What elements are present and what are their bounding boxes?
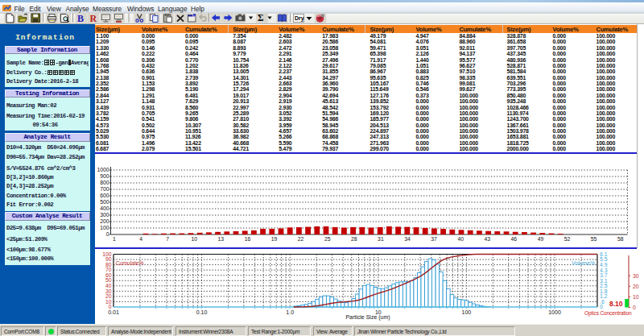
svg-text:2.5: 2.5 xyxy=(600,283,608,288)
svg-text:10: 10 xyxy=(633,294,639,300)
svg-text:200: 200 xyxy=(100,218,109,224)
svg-text:52: 52 xyxy=(564,236,571,242)
svg-text:5.5: 5.5 xyxy=(600,256,608,262)
svg-text:20: 20 xyxy=(633,284,639,289)
svg-text:80: 80 xyxy=(105,262,112,268)
svg-text:37: 37 xyxy=(431,236,437,242)
svg-text:8.10: 8.10 xyxy=(609,300,623,308)
svg-text:1.0: 1.0 xyxy=(286,309,294,315)
svg-text:0.10: 0.10 xyxy=(196,309,208,315)
svg-text:100: 100 xyxy=(100,225,109,230)
svg-text:3.7: 3.7 xyxy=(600,272,608,278)
svg-text:40: 40 xyxy=(457,236,464,242)
svg-text:28: 28 xyxy=(351,236,357,242)
svg-text:0: 0 xyxy=(633,305,636,310)
svg-text:46: 46 xyxy=(511,236,518,242)
svg-text:55: 55 xyxy=(591,236,597,242)
svg-text:50: 50 xyxy=(105,277,112,283)
svg-text:1: 1 xyxy=(113,236,116,242)
svg-text:30: 30 xyxy=(105,288,112,294)
svg-text:43: 43 xyxy=(484,236,490,242)
svg-text:Volume%: Volume% xyxy=(572,260,595,266)
svg-text:7: 7 xyxy=(166,236,169,242)
svg-text:30: 30 xyxy=(633,273,639,279)
svg-text:4.9: 4.9 xyxy=(600,262,608,268)
svg-text:100: 100 xyxy=(462,309,472,315)
svg-text:500: 500 xyxy=(100,199,109,205)
svg-text:20: 20 xyxy=(105,293,112,299)
svg-text:6.1: 6.1 xyxy=(600,251,608,257)
svg-text:10: 10 xyxy=(191,236,197,242)
svg-text:70: 70 xyxy=(105,267,112,272)
svg-text:60: 60 xyxy=(105,272,112,278)
svg-text:600: 600 xyxy=(100,193,109,198)
svg-text:300: 300 xyxy=(100,212,109,218)
svg-text:3.1: 3.1 xyxy=(600,278,608,284)
svg-text:16: 16 xyxy=(245,236,251,242)
svg-text:0.01: 0.01 xyxy=(108,309,119,315)
svg-text:1000: 1000 xyxy=(548,309,561,315)
svg-text:Cumulate%: Cumulate% xyxy=(116,260,144,266)
svg-text:10: 10 xyxy=(105,299,112,305)
svg-text:400: 400 xyxy=(100,205,109,211)
svg-text:31: 31 xyxy=(378,236,384,242)
svg-text:900: 900 xyxy=(100,173,109,179)
svg-text:Optics Concentration: Optics Concentration xyxy=(584,310,632,317)
svg-text:19: 19 xyxy=(271,236,278,242)
svg-text:4: 4 xyxy=(139,236,142,242)
svg-text:1000: 1000 xyxy=(97,167,109,172)
svg-text:58: 58 xyxy=(617,236,624,242)
svg-text:34: 34 xyxy=(404,236,411,242)
svg-text:25: 25 xyxy=(324,236,331,242)
svg-text:700: 700 xyxy=(100,186,109,192)
svg-text:49: 49 xyxy=(538,236,544,242)
svg-text:100: 100 xyxy=(102,251,112,257)
svg-text:0: 0 xyxy=(106,231,109,237)
svg-text:90: 90 xyxy=(105,256,112,262)
svg-text:40: 40 xyxy=(105,283,112,288)
svg-text:1.8: 1.8 xyxy=(600,288,608,294)
svg-text:22: 22 xyxy=(298,236,304,242)
svg-text:13: 13 xyxy=(218,236,225,242)
svg-text:0: 0 xyxy=(600,304,603,309)
svg-text:Particle Size (um): Particle Size (um) xyxy=(345,314,390,321)
svg-text:4.3: 4.3 xyxy=(600,268,608,273)
svg-text:1.2: 1.2 xyxy=(600,293,608,299)
svg-text:800: 800 xyxy=(100,180,109,185)
